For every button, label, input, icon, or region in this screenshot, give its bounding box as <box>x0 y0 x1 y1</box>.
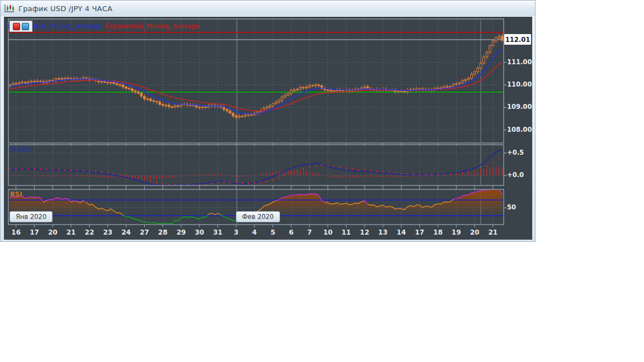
x-axis-label: 17 <box>411 228 428 236</box>
x-axis-label: 22 <box>81 228 98 236</box>
chart-area[interactable] <box>1 1 536 242</box>
macd-axis-label: +0.0 <box>507 171 524 179</box>
x-axis-label: 13 <box>375 228 391 236</box>
x-axis-label: 20 <box>466 228 483 236</box>
x-axis-label: 23 <box>100 228 116 236</box>
x-axis-label: 14 <box>393 228 410 236</box>
legend-ema-slow-label: Exponential_Moving_Average <box>105 22 199 30</box>
x-axis-label: 30 <box>191 228 208 236</box>
x-axis-label: 21 <box>485 228 501 236</box>
x-axis-label: 7 <box>301 228 318 236</box>
x-axis-label: 10 <box>320 228 337 236</box>
rsi-axis-label: 50 <box>507 203 516 211</box>
x-axis-label: 17 <box>26 228 42 236</box>
x-axis-label: 20 <box>44 228 61 236</box>
legend-swatch-box <box>10 21 32 32</box>
titlebar[interactable]: График USD /JPY 4 ЧАСА <box>1 1 535 16</box>
chart-window: График USD /JPY 4 ЧАСА ✕ Exponential_Mov… <box>0 0 536 242</box>
indicator-legend: Exponential_Moving_AverageExponential_Mo… <box>8 22 200 30</box>
x-axis-label: 19 <box>448 228 465 236</box>
x-axis-label: 6 <box>283 228 300 236</box>
macd-panel-label: MACD <box>10 146 31 154</box>
x-axis-label: 4 <box>246 228 263 236</box>
ema-fast-color-swatch[interactable] <box>22 23 29 30</box>
month-label-jan: Янв 2020 <box>10 211 53 222</box>
x-axis-label: 3 <box>228 228 244 236</box>
x-axis-label: 16 <box>8 228 25 236</box>
x-axis-label: 18 <box>429 228 446 236</box>
x-axis-label: 29 <box>173 228 190 236</box>
rsi-panel-label: RSI <box>10 190 22 198</box>
candlestick-chart-icon <box>4 4 15 13</box>
month-label-feb: Фев 2020 <box>236 211 280 222</box>
ema-slow-color-swatch[interactable] <box>13 23 20 30</box>
x-axis-label: 11 <box>338 228 354 236</box>
price-axis-label: 110.00 <box>507 80 532 88</box>
price-axis-label: 108.00 <box>507 126 532 134</box>
price-axis-label: 111.00 <box>507 58 532 66</box>
macd-axis-label: +0.5 <box>507 149 524 156</box>
price-axis-label: 109.00 <box>507 103 532 111</box>
window-title: График USD /JPY 4 ЧАСА <box>18 4 112 13</box>
current-price-badge: 112.01 <box>504 34 531 45</box>
x-axis-label: 28 <box>154 228 171 236</box>
x-axis-label: 24 <box>118 228 135 236</box>
x-axis-label: 21 <box>63 228 79 236</box>
x-axis-label: 27 <box>136 228 153 236</box>
x-axis-label: 31 <box>210 228 226 236</box>
x-axis-label: 12 <box>356 228 373 236</box>
x-axis-label: 5 <box>264 228 281 236</box>
